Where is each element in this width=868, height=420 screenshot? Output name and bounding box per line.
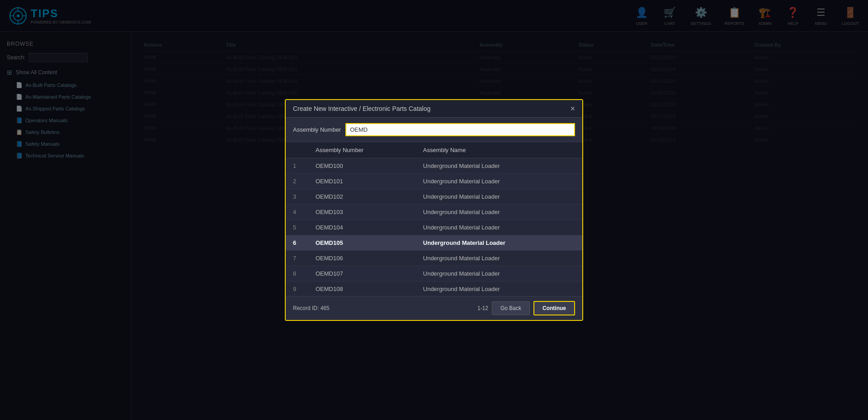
assembly-number-search-input[interactable] [345, 123, 575, 136]
pagination-info: 1-12 [477, 305, 488, 311]
modal-footer: Record ID: 465 1-12 Go Back Continue [286, 296, 582, 320]
table-row[interactable]: 4OEMD103Underground Material Loader [286, 205, 582, 220]
row-assembly-number: OEMD105 [308, 235, 416, 251]
row-assembly-name: Underground Material Loader [416, 266, 582, 282]
row-assembly-number: OEMD104 [308, 220, 416, 235]
row-assembly-number: OEMD102 [308, 189, 416, 205]
row-number: 3 [286, 189, 308, 205]
row-assembly-number: OEMD100 [308, 158, 416, 174]
table-row[interactable]: 9OEMD108Underground Material Loader [286, 282, 582, 296]
row-number: 9 [286, 282, 308, 296]
modal-close-button[interactable]: × [570, 105, 575, 113]
row-number: 5 [286, 220, 308, 235]
col-assembly-number-header: Assembly Number [308, 142, 416, 158]
row-number: 8 [286, 266, 308, 282]
row-assembly-name: Underground Material Loader [416, 282, 582, 296]
row-assembly-name: Underground Material Loader [416, 189, 582, 205]
row-number: 4 [286, 205, 308, 220]
modal-table: Assembly Number Assembly Name 1OEMD100Un… [286, 142, 582, 296]
col-assembly-name-header: Assembly Name [416, 142, 582, 158]
row-assembly-number: OEMD103 [308, 205, 416, 220]
row-assembly-number: OEMD106 [308, 251, 416, 266]
row-number: 1 [286, 158, 308, 174]
row-assembly-name: Underground Material Loader [416, 220, 582, 235]
row-number: 2 [286, 174, 308, 189]
row-number: 7 [286, 251, 308, 266]
modal-footer-actions: 1-12 Go Back Continue [477, 301, 575, 315]
row-assembly-name: Underground Material Loader [416, 158, 582, 174]
row-assembly-number: OEMD108 [308, 282, 416, 296]
col-number-header [286, 142, 308, 158]
table-row[interactable]: 5OEMD104Underground Material Loader [286, 220, 582, 235]
row-assembly-number: OEMD107 [308, 266, 416, 282]
table-row[interactable]: 2OEMD101Underground Material Loader [286, 174, 582, 189]
modal-table-container[interactable]: Assembly Number Assembly Name 1OEMD100Un… [286, 142, 582, 296]
row-number: 6 [286, 235, 308, 251]
row-assembly-name: Underground Material Loader [416, 235, 582, 251]
table-row[interactable]: 8OEMD107Underground Material Loader [286, 266, 582, 282]
table-header-row: Assembly Number Assembly Name [286, 142, 582, 158]
table-row[interactable]: 1OEMD100Underground Material Loader [286, 158, 582, 174]
continue-button[interactable]: Continue [533, 301, 575, 315]
table-row[interactable]: 6OEMD105Underground Material Loader [286, 235, 582, 251]
table-row[interactable]: 3OEMD102Underground Material Loader [286, 189, 582, 205]
modal-search-label: Assembly Number [293, 126, 341, 133]
go-back-button[interactable]: Go Back [492, 301, 530, 315]
row-assembly-number: OEMD101 [308, 174, 416, 189]
row-assembly-name: Underground Material Loader [416, 174, 582, 189]
row-assembly-name: Underground Material Loader [416, 205, 582, 220]
modal-search-row: Assembly Number [286, 118, 582, 142]
modal-title: Create New Interactive / Electronic Part… [293, 105, 430, 112]
modal-record-id: Record ID: 465 [293, 305, 330, 311]
modal-dialog: Create New Interactive / Electronic Part… [285, 99, 583, 321]
table-row[interactable]: 7OEMD106Underground Material Loader [286, 251, 582, 266]
modal-header: Create New Interactive / Electronic Part… [286, 100, 582, 118]
row-assembly-name: Underground Material Loader [416, 251, 582, 266]
